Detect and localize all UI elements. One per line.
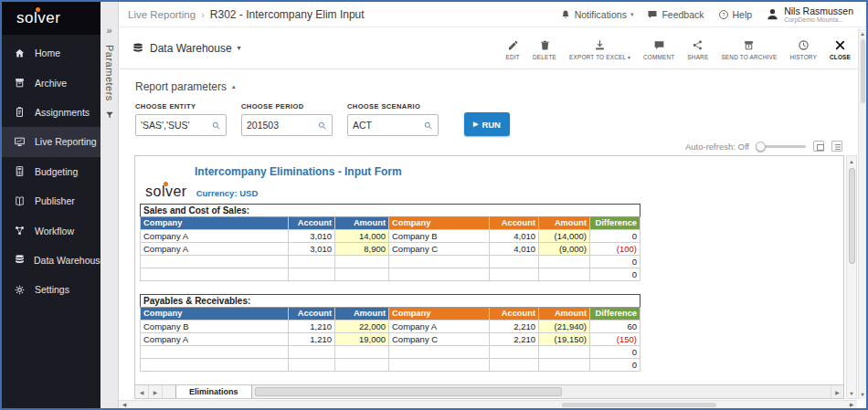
table-row: Company A1,21019,000Company C2,210(19,15… [141,333,640,346]
cell[interactable]: (21,940) [539,321,590,333]
horizontal-scroll-thumb[interactable] [255,387,563,396]
cell[interactable]: 8,900 [335,243,389,256]
column-header: Account [289,308,335,321]
close-icon [834,39,846,51]
column-header: Amount [539,308,590,321]
column-header: Difference [590,217,640,230]
delete-button[interactable]: DELETE [526,37,563,60]
cell[interactable]: 19,000 [335,333,389,346]
page-scroll-left-icon[interactable]: ◀ [119,401,130,408]
cell[interactable]: 22,000 [335,321,389,333]
vertical-scroll-thumb[interactable] [849,168,855,264]
sidebar-item-home[interactable]: Home [2,38,101,68]
app-logo[interactable]: solver [2,2,101,35]
page-horizontal-thumb[interactable] [562,403,717,407]
search-icon[interactable] [423,121,433,131]
cell: 2,210 [490,321,539,333]
page-vertical-thumb[interactable] [861,39,865,103]
field-label: CHOOSE PERIOD [241,102,333,110]
sidebar-item-settings[interactable]: Settings [2,275,101,304]
cell[interactable] [335,359,389,372]
cell[interactable] [335,268,389,281]
cell: 3,010 [289,230,335,243]
user-icon [766,7,779,21]
tab-scroll-right-icon[interactable]: ▶ [149,385,163,398]
page-vertical-scrollbar[interactable]: ▲ ▼ [858,28,866,399]
breadcrumb-parent[interactable]: Live Reporting [128,9,196,20]
close-button[interactable]: CLOSE [823,37,857,60]
sidebar-item-data-warehouse[interactable]: Data Warehouse [2,246,101,275]
column-header: Account [490,217,539,230]
user-organization: CorpDemo Mounta... [784,16,853,23]
cell[interactable]: (9,000) [539,243,590,256]
scroll-up-icon[interactable]: ▲ [847,156,856,166]
cell[interactable] [335,256,389,268]
search-icon[interactable] [211,121,221,131]
cell [289,268,335,281]
page-horizontal-scrollbar[interactable]: ◀ ▶ [119,400,857,408]
publisher-icon [14,194,26,207]
page-scroll-right-icon[interactable]: ▶ [846,401,857,408]
scroll-down-icon[interactable]: ▼ [847,388,856,398]
export-to-excel-button[interactable]: EXPORT TO EXCEL ▾ [563,37,637,60]
cell[interactable]: 14,000 [335,230,389,243]
slider-knob[interactable] [756,142,766,152]
notifications-button[interactable]: Notifications▾ [560,9,634,20]
cell[interactable] [335,346,389,359]
search-icon[interactable] [317,121,327,131]
cell[interactable]: (14,000) [539,230,590,243]
cell: 3,010 [289,243,335,256]
sidebar-item-archive[interactable]: Archive [2,68,101,97]
sheet-tab-eliminations[interactable]: Eliminations [175,385,252,398]
column-header: Company [389,217,490,230]
parameters-strip[interactable]: » Parameters [101,2,119,408]
field-input[interactable] [247,120,317,131]
cell[interactable] [539,346,590,359]
sidebar-item-budgeting[interactable]: Budgeting [2,157,101,186]
page-scroll-down-icon[interactable]: ▼ [859,389,866,399]
column-header: Amount [539,217,590,230]
sidebar-item-assignments[interactable]: Assignments [2,98,101,127]
user-menu[interactable]: Nils Rasmussen CorpDemo Mounta... [766,5,853,23]
help-icon: ? [718,9,729,20]
feedback-button[interactable]: Feedback [647,9,704,20]
report-parameters-toggle[interactable]: Report parameters ▴ [135,80,236,93]
report-parameters-label: Report parameters [135,80,227,93]
data-source-select[interactable]: Data Warehouse ▾ [132,42,241,55]
history-button[interactable]: HISTORY [783,37,823,60]
play-icon: ▶ [473,121,478,128]
tab-scroll-left-icon[interactable]: ◀ [135,385,149,398]
send-to-archive-button[interactable]: SEND TO ARCHIVE [715,37,783,60]
cell: 0 [590,230,640,243]
auto-refresh-slider[interactable] [757,145,806,148]
field-input[interactable] [353,120,423,131]
run-button[interactable]: ▶ RUN [464,112,510,136]
report-vertical-scrollbar[interactable]: ▲ ▼ [846,155,857,399]
sidebar-item-live-reporting[interactable]: Live Reporting [2,127,101,156]
cell [389,256,490,268]
cell: Company A [141,230,289,243]
list-view-icon[interactable] [831,141,842,152]
report-horizontal-scrollbar[interactable]: ▶ [252,385,843,398]
column-header: Company [389,308,490,321]
budgeting-icon [14,165,26,178]
popout-icon[interactable] [813,141,824,152]
cell[interactable] [539,256,590,268]
cell[interactable] [539,268,590,281]
help-button[interactable]: ?Help [718,9,753,20]
cell[interactable] [539,359,590,372]
cell: 0 [590,359,640,372]
share-button[interactable]: SHARE [681,37,715,60]
page-scroll-up-icon[interactable]: ▲ [859,28,866,38]
cell[interactable]: (19,150) [539,333,590,346]
table-row: Company A3,01014,000Company B4,010(14,00… [141,230,640,243]
sidebar-item-workflow[interactable]: Workflow [2,216,101,245]
cell: (100) [590,243,640,256]
scroll-right-icon[interactable]: ▶ [831,385,843,398]
sheet-tab-strip: ◀ ▶ Eliminations ▶ [135,384,843,398]
comment-button[interactable]: COMMENT [637,37,681,60]
field-input[interactable] [141,120,211,131]
sidebar-item-publisher[interactable]: Publisher [2,186,101,216]
edit-button[interactable]: EDIT [500,37,526,60]
cell [289,359,335,372]
